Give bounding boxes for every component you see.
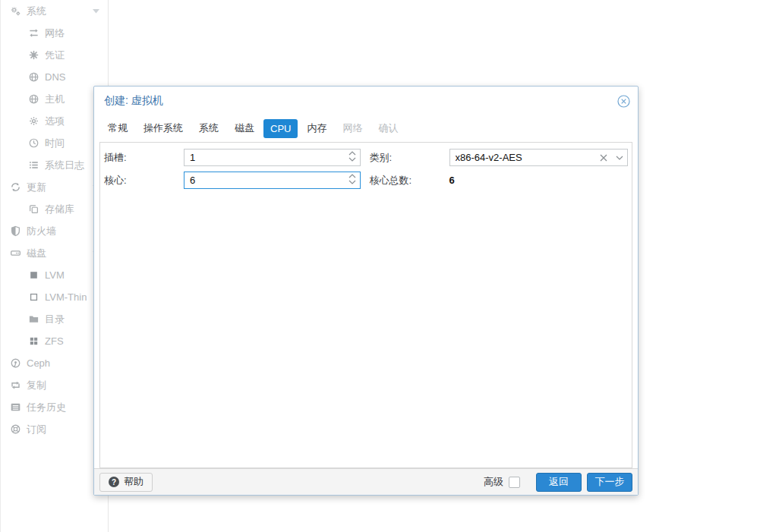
- square-outline-icon: [27, 291, 39, 304]
- help-button[interactable]: ? 帮助: [99, 473, 153, 492]
- tab-cpu[interactable]: CPU: [263, 119, 298, 138]
- cpu-type-combo[interactable]: [449, 149, 628, 166]
- next-button[interactable]: 下一步: [587, 473, 632, 492]
- dialog-header: 创建: 虚拟机: [94, 87, 638, 115]
- chevron-down-icon[interactable]: [616, 156, 623, 160]
- sidebar-item-options[interactable]: 选项: [1, 110, 108, 132]
- sidebar-item-firewall[interactable]: 防火墙: [1, 220, 108, 242]
- advanced-checkbox[interactable]: [509, 477, 520, 488]
- sidebar-item-task-history[interactable]: 任务历史: [1, 396, 108, 418]
- tab-network: 网络: [336, 118, 369, 139]
- spinner-up-icon[interactable]: [348, 151, 356, 156]
- cpu-tab-panel: 插槽: 类别:: [99, 142, 632, 468]
- sidebar-item-certificates[interactable]: 凭证: [1, 44, 108, 66]
- tab-os[interactable]: 操作系统: [137, 118, 190, 139]
- cogs-icon: [9, 5, 21, 17]
- tab-system[interactable]: 系统: [192, 118, 225, 139]
- sidebar-item-lvm-thin[interactable]: LVM-Thin: [1, 286, 108, 308]
- back-button[interactable]: 返回: [536, 473, 582, 492]
- chevron-down-icon[interactable]: [93, 9, 99, 14]
- refresh-icon: [9, 181, 21, 194]
- spinner-down-icon[interactable]: [348, 157, 356, 162]
- sidebar-item-label: Ceph: [27, 357, 50, 369]
- cores-label: 核心:: [104, 174, 184, 187]
- sidebar-item-network[interactable]: 网络: [1, 22, 108, 44]
- sidebar-item-label: LVM-Thin: [45, 291, 87, 303]
- sidebar-item-label: 选项: [45, 115, 65, 128]
- sidebar-item-zfs[interactable]: ZFS: [1, 330, 108, 352]
- sidebar-item-label: 网络: [45, 27, 65, 40]
- list-alt-icon: [9, 401, 21, 414]
- exchange-icon: [27, 27, 39, 39]
- sockets-spinner[interactable]: [184, 149, 361, 166]
- sidebar-item-label: 磁盘: [27, 247, 46, 260]
- sidebar-item-label: 订阅: [27, 423, 46, 436]
- square-filled-icon: [27, 269, 39, 282]
- clear-icon[interactable]: [600, 154, 607, 162]
- sidebar-item-label: 更新: [27, 181, 46, 194]
- dialog-footer: ? 帮助 高级 返回 下一步: [94, 468, 638, 495]
- sidebar-item-hosts[interactable]: 主机: [1, 88, 108, 110]
- folder-icon: [27, 313, 39, 326]
- clone-icon: [27, 203, 39, 216]
- sidebar-item-label: DNS: [45, 71, 65, 83]
- sidebar-item-updates[interactable]: 更新: [1, 176, 108, 198]
- list-icon: [27, 159, 39, 172]
- help-button-label: 帮助: [124, 475, 143, 489]
- sidebar-item-replication[interactable]: 复制: [1, 374, 108, 396]
- sidebar-item-repositories[interactable]: 存储库: [1, 198, 108, 220]
- sidebar-item-syslog[interactable]: 系统日志: [1, 154, 108, 176]
- total-cores-value: 6: [449, 175, 455, 186]
- cores-input[interactable]: [184, 172, 360, 188]
- spinner-up-icon[interactable]: [348, 174, 356, 178]
- sidebar-item-label: 存储库: [45, 203, 74, 216]
- gear-icon: [27, 115, 39, 127]
- sidebar-item-label: 目录: [45, 313, 65, 326]
- sidebar-item-label: 系统: [27, 5, 46, 18]
- certificate-icon: [27, 49, 39, 61]
- sockets-input[interactable]: [184, 150, 360, 165]
- shield-icon: [9, 225, 21, 238]
- globe-icon: [27, 71, 39, 83]
- sidebar-item-time[interactable]: 时间: [1, 132, 108, 154]
- close-icon[interactable]: [617, 95, 630, 108]
- sidebar-item-label: LVM: [45, 269, 65, 281]
- sidebar-item-disks[interactable]: 磁盘: [1, 242, 108, 264]
- create-vm-dialog: 创建: 虚拟机 常规 操作系统 系统 磁盘 CPU 内存 网络 确认 插槽:: [93, 86, 639, 496]
- dialog-tabbar: 常规 操作系统 系统 磁盘 CPU 内存 网络 确认: [94, 115, 638, 141]
- sidebar-item-label: ZFS: [45, 335, 64, 347]
- sidebar-item-directory[interactable]: 目录: [1, 308, 108, 330]
- sidebar-tree: 系统 网络 凭证 DNS 主机 选项: [0, 0, 109, 532]
- sidebar-item-label: 任务历史: [27, 401, 66, 414]
- cores-spinner[interactable]: [184, 172, 361, 189]
- tab-confirm: 确认: [371, 118, 405, 139]
- life-ring-icon: [9, 423, 21, 436]
- retweet-icon: [9, 379, 21, 392]
- sidebar-item-ceph[interactable]: Ceph: [1, 352, 108, 374]
- sidebar-item-system[interactable]: 系统: [1, 0, 108, 22]
- grid-icon: [27, 335, 39, 348]
- sidebar-item-label: 复制: [27, 379, 46, 392]
- sockets-label: 插槽:: [104, 151, 184, 165]
- sidebar-item-lvm[interactable]: LVM: [1, 264, 108, 286]
- sidebar-item-label: 凭证: [45, 49, 65, 62]
- globe-icon: [27, 93, 39, 105]
- spinner-down-icon[interactable]: [348, 180, 356, 184]
- dialog-title: 创建: 虚拟机: [104, 94, 163, 108]
- ceph-icon: [9, 357, 21, 370]
- sidebar-item-subscription[interactable]: 订阅: [1, 418, 108, 440]
- tab-memory[interactable]: 内存: [300, 118, 333, 139]
- question-icon: ?: [109, 477, 119, 487]
- hdd-icon: [9, 247, 21, 260]
- advanced-label: 高级: [484, 475, 503, 489]
- sidebar-item-label: 主机: [45, 93, 65, 106]
- total-cores-label: 核心总数:: [370, 174, 449, 187]
- sidebar-item-label: 防火墙: [27, 225, 56, 238]
- clock-icon: [27, 137, 39, 150]
- sidebar-item-label: 时间: [45, 137, 65, 150]
- tab-disks[interactable]: 磁盘: [228, 118, 261, 139]
- sidebar-item-label: 系统日志: [45, 159, 84, 172]
- cpu-type-label: 类别:: [370, 151, 449, 165]
- tab-general[interactable]: 常规: [101, 118, 134, 139]
- sidebar-item-dns[interactable]: DNS: [1, 66, 108, 88]
